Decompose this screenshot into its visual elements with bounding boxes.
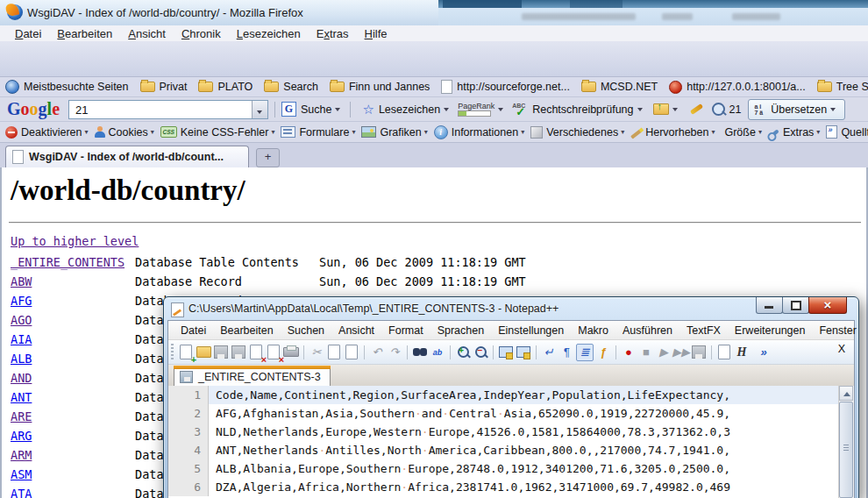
bookmark-item[interactable]: Tree Samples <box>817 81 868 93</box>
save-all-icon[interactable] <box>231 345 246 360</box>
close-file-icon[interactable] <box>248 345 264 360</box>
notepadpp-menu-item[interactable]: Ansicht <box>331 324 381 337</box>
open-file-icon[interactable] <box>196 345 211 360</box>
new-file-icon[interactable] <box>178 345 194 360</box>
entry-link[interactable]: ASM <box>11 467 32 481</box>
word-wrap-icon[interactable]: ↵ <box>541 345 557 360</box>
notepadpp-menu-item[interactable]: Sprachen <box>430 324 492 337</box>
firefox-menu-item[interactable]: Datei <box>7 27 49 40</box>
notepadpp-menu-item[interactable]: TextFX <box>679 324 728 337</box>
bookmark-item[interactable]: Privat <box>140 81 188 93</box>
bookmark-item[interactable]: MCSD.NET <box>581 81 658 93</box>
firefox-menu-item[interactable]: Bearbeiten <box>49 27 120 40</box>
highlighter-icon[interactable] <box>689 103 702 115</box>
bookmark-item[interactable]: http://127.0.0.1:8001/a... <box>669 81 806 94</box>
indent-guide-icon[interactable]: ≣ <box>576 344 594 361</box>
entry-link[interactable]: ARG <box>11 429 32 443</box>
firefox-menu-item[interactable]: Chronik <box>174 27 229 40</box>
notepadpp-menu-item[interactable]: Erweiterungen <box>728 324 813 337</box>
close-all-icon[interactable] <box>266 345 281 360</box>
minimize-button[interactable] <box>756 297 783 314</box>
document-tab[interactable]: _ENTIRE_CONTENTS-3 <box>174 366 331 388</box>
google-search-button[interactable]: Suche <box>301 103 331 116</box>
bookmark-item[interactable]: Search <box>264 81 318 93</box>
entry-link[interactable]: AIA <box>11 332 32 346</box>
restore-button[interactable] <box>782 297 809 314</box>
entry-link[interactable]: ABW <box>11 274 32 288</box>
notepadpp-menu-item[interactable]: Datei <box>174 324 213 337</box>
record-macro-icon[interactable]: ● <box>621 345 637 360</box>
redo-icon[interactable]: ↷ <box>387 345 402 360</box>
play-macro-icon[interactable]: ▶ <box>656 345 672 360</box>
line-text[interactable]: ANT,Netherlands·Antilles,North·America,C… <box>209 441 839 459</box>
webdev-menu-item[interactable]: Cookies ▾ <box>95 126 159 139</box>
sync-h-icon[interactable] <box>516 345 531 360</box>
firefox-titlebar[interactable]: WsgiDAV - Index of /world-db/country/ - … <box>0 0 438 25</box>
paste-icon[interactable] <box>344 345 359 360</box>
show-all-chars-icon[interactable]: ¶ <box>559 345 574 360</box>
firefox-menu-item[interactable]: Hilfe <box>357 27 395 40</box>
webdev-menu-item[interactable]: Grafiken ▾ <box>361 126 431 139</box>
webdev-menu-item[interactable]: Informationen ▾ <box>434 125 529 139</box>
google-bookmarks-button[interactable]: Lesezeichen <box>379 103 440 116</box>
zoom-out-icon[interactable]: − <box>473 345 488 360</box>
print-icon[interactable] <box>283 345 299 360</box>
google-search-value[interactable]: 21 <box>75 103 88 117</box>
search-history-dropdown[interactable] <box>252 101 267 118</box>
notepadpp-menu-item[interactable]: Ausführen <box>615 324 679 337</box>
webdev-menu-item[interactable]: Hervorheben ▾ <box>630 126 719 139</box>
spellcheck-button[interactable]: Rechtschreibprüfung <box>532 103 633 116</box>
run-macro-multi-icon[interactable]: ▶▶ <box>673 345 689 360</box>
notepadpp-menu-item[interactable]: Suchen <box>281 324 331 337</box>
find-icon[interactable] <box>412 345 428 360</box>
close-button[interactable] <box>808 297 847 314</box>
zoom-in-icon[interactable]: + <box>455 345 471 360</box>
webdev-menu-item[interactable]: Formulare ▾ <box>281 126 359 139</box>
scroll-up-button[interactable] <box>839 386 853 401</box>
bookmark-item[interactable]: Finn und Jannes <box>330 81 430 93</box>
entry-link[interactable]: ARM <box>11 448 32 462</box>
bookmark-item[interactable]: http://sourceforge.net... <box>441 80 570 94</box>
send-to-icon[interactable] <box>653 103 669 115</box>
webdev-menu-item[interactable]: Größe ▾ <box>721 126 765 139</box>
webdev-menu-item[interactable]: Deaktivieren ▾ <box>5 126 93 139</box>
tab-wsgidav[interactable]: WsgiDAV - Index of /world-db/count... <box>5 146 249 167</box>
entry-link[interactable]: AND <box>11 371 32 385</box>
bookmark-item[interactable]: Meistbesuchte Seiten <box>5 80 129 94</box>
webdev-menu-item[interactable]: Keine CSS-Fehler ▾ <box>160 126 280 139</box>
translate-button[interactable]: a i7 ä Übersetzen <box>748 99 845 120</box>
notepadpp-titlebar[interactable]: C:\Users\Martin\AppData\Local\Temp\_ENTI… <box>164 297 858 320</box>
line-text[interactable]: Code,Name,Continent,Region,SurfaceArea,I… <box>209 386 839 404</box>
replace-icon[interactable]: ab <box>430 345 445 360</box>
function-list-icon[interactable]: ƒ <box>595 345 611 360</box>
line-text[interactable]: NLD,Netherlands,Europe,Western·Europe,41… <box>209 423 839 441</box>
up-to-higher-level-link[interactable]: Up to higher level <box>11 234 139 248</box>
toolbar-overflow-icon[interactable]: » <box>756 345 772 360</box>
save-icon[interactable] <box>213 345 229 360</box>
line-text[interactable]: ALB,Albania,Europe,Southern·Europe,28748… <box>209 459 839 478</box>
google-search-input[interactable]: 21 <box>68 100 268 119</box>
entry-link[interactable]: ARE <box>11 409 32 423</box>
copy-icon[interactable] <box>326 345 342 360</box>
firefox-menu-item[interactable]: Extras <box>309 27 357 40</box>
entry-link[interactable]: AFG <box>11 294 32 308</box>
word-find-icon[interactable] <box>712 103 725 116</box>
notepadpp-menu-item[interactable]: Makro <box>571 324 615 337</box>
undo-icon[interactable]: ↶ <box>369 345 385 360</box>
webdev-menu-item[interactable]: Verschiedenes ▾ <box>530 126 629 139</box>
stop-macro-icon[interactable]: ■ <box>638 345 654 360</box>
save-macro-icon[interactable] <box>691 345 707 360</box>
entry-link[interactable]: AGO <box>11 313 32 327</box>
notepadpp-menu-item[interactable]: Einstellungen <box>491 324 571 337</box>
webdev-menu-item[interactable]: Extras ▾ <box>768 126 824 139</box>
entry-link[interactable]: ATA <box>11 487 32 498</box>
firefox-menu-item[interactable]: Ansicht <box>120 27 174 40</box>
entry-link[interactable]: ALB <box>11 352 32 366</box>
pagerank-widget[interactable]: PageRank <box>458 103 494 117</box>
editor-area[interactable]: 1 Code,Name,Continent,Region,SurfaceArea… <box>168 386 854 498</box>
entry-link[interactable]: _ENTIRE_CONTENTS <box>11 255 125 269</box>
line-text[interactable]: DZA,Algeria,Africa,Northern·Africa,23817… <box>209 478 839 496</box>
notepadpp-menu-item[interactable]: Format <box>381 324 430 337</box>
editor-scrollbar[interactable] <box>838 386 854 498</box>
firefox-menu-item[interactable]: Lesezeichen <box>229 27 309 40</box>
